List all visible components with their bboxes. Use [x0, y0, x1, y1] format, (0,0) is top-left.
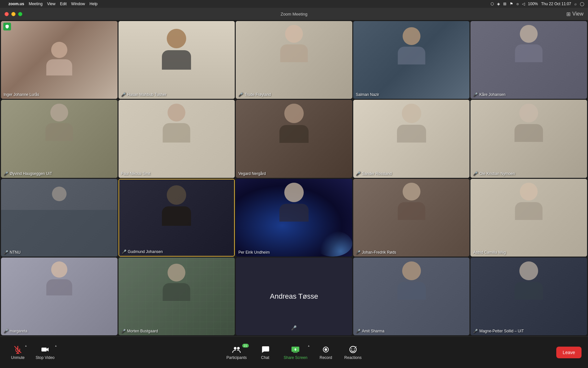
participant-cell-12: 🎤 Gudmund Johansen	[119, 179, 235, 257]
unmute-chevron[interactable]: ▲	[25, 344, 27, 347]
participant-cell-11: 🎤 NTNU	[1, 179, 118, 257]
participant-cell-4: Salman Nazir	[353, 21, 470, 99]
grid-view-icon: ⊞	[566, 11, 571, 17]
svg-point-6	[237, 347, 240, 350]
battery-label: 100%	[528, 2, 538, 6]
participant-name-5: 🎤 Kåre Johansen	[473, 92, 505, 97]
participant-name-10: 🎤 Ole Kristian Nymoen	[473, 171, 515, 176]
menu-view[interactable]: View	[47, 2, 55, 6]
toolbar-right: Leave	[556, 347, 582, 358]
stop-video-button[interactable]: ▲ Stop Video	[31, 343, 59, 362]
reactions-button[interactable]: Reactions	[340, 343, 366, 362]
participant-name-6: 🎤 Øyvind Haugseggen UiT	[4, 171, 52, 176]
window-title: Zoom Meeting	[280, 12, 307, 17]
participant-cell-20: 🎤 Magne-Petter Sollid – UiT	[470, 258, 587, 335]
participant-name-16: 🎤 margareta	[4, 329, 28, 333]
participant-cell-16: 🎤 margareta	[1, 258, 118, 335]
view-label: View	[572, 11, 583, 17]
volume-icon: ◁	[522, 2, 525, 6]
participant-name-18: Andreas Tøsse	[270, 292, 318, 301]
participant-cell-18: Andreas Tøsse 🎤	[236, 258, 352, 335]
participant-name-14: 🎤 Johan-Fredrik Røds	[356, 250, 396, 255]
participant-cell-15: Astrid Camilla Wiig	[470, 179, 587, 257]
share-screen-label: Share Screen	[284, 355, 307, 360]
participant-name-1: Inger Johanne Lurås	[4, 92, 39, 97]
participants-label: Participants	[226, 355, 247, 360]
zoom-titlebar: Zoom Meeting ⊞ View	[0, 8, 588, 20]
maximize-button[interactable]	[18, 12, 22, 16]
participant-cell-5: 🎤 Kåre Johansen	[470, 21, 587, 99]
reactions-label: Reactions	[344, 355, 361, 360]
participant-cell-1: Inger Johanne Lurås	[1, 21, 118, 99]
participant-cell-19: 🎤 Amit Sharma	[353, 258, 470, 335]
participant-cell-2: 🎤 Hasan Mahbub Tusher	[119, 21, 235, 99]
stop-video-label: Stop Video	[36, 355, 55, 360]
macos-menubar: zoom.us Meeting View Edit Window Help ⬡ …	[0, 0, 588, 8]
user-icon: ◯	[580, 2, 584, 6]
participants-count: 21	[242, 344, 249, 348]
dropbox-icon: ⬡	[491, 2, 494, 6]
leave-button[interactable]: Leave	[556, 347, 582, 358]
spotlight-icon[interactable]: ⌕	[574, 2, 577, 6]
menu-window[interactable]: Window	[71, 2, 85, 6]
participant-name-13: Per Eirik Undheim	[238, 250, 270, 255]
svg-point-9	[324, 348, 327, 351]
participant-cell-9: 🎤 Sander Rossland	[353, 100, 470, 178]
participant-name-9: 🎤 Sander Rossland	[356, 171, 392, 176]
participant-name-12: 🎤 Gudmund Johansen	[122, 249, 163, 254]
svg-point-11	[351, 348, 352, 349]
participant-name-2: 🎤 Hasan Mahbub Tusher	[121, 92, 166, 97]
toolbar: ▲ Unmute ▲ Stop Video	[0, 336, 588, 368]
menu-help[interactable]: Help	[90, 2, 98, 6]
network-icon: ◈	[497, 2, 500, 6]
security-badge[interactable]	[3, 23, 11, 30]
record-button[interactable]: Record	[314, 343, 337, 362]
datetime: Thu 22 Oct 11:07	[541, 2, 571, 6]
participant-name-3: 🎤 Trude Frøyland	[238, 92, 271, 97]
zoom-window: zoom.us Meeting View Edit Window Help ⬡ …	[0, 0, 588, 368]
record-label: Record	[320, 355, 332, 360]
meeting-area: Inger Johanne Lurås 🎤 Hasan Mahbub Tushe…	[0, 20, 588, 336]
participant-cell-8: Vegard Nergård	[236, 100, 352, 178]
participants-button[interactable]: ▲ 21 Participants	[222, 343, 251, 362]
participant-name-19: 🎤 Amit Sharma	[356, 329, 384, 333]
participant-cell-7: Paul Nikolai Smit	[119, 100, 235, 178]
wifi-icon: ⌾	[516, 2, 519, 6]
close-button[interactable]	[5, 12, 9, 16]
svg-rect-4	[41, 348, 47, 351]
chat-button[interactable]: Chat	[254, 343, 277, 362]
toolbar-left: ▲ Unmute ▲ Stop Video	[6, 343, 59, 362]
participant-name-4: Salman Nazir	[356, 92, 379, 97]
share-screen-button[interactable]: ▲ Share Screen	[279, 343, 312, 362]
unmute-button[interactable]: ▲ Unmute	[6, 343, 29, 362]
unmute-label: Unmute	[11, 355, 25, 360]
participant-cell-6: 🎤 Øyvind Haugseggen UiT	[1, 100, 118, 178]
view-button[interactable]: ⊞ View	[566, 11, 583, 17]
video-grid: Inger Johanne Lurås 🎤 Hasan Mahbub Tushe…	[0, 20, 588, 336]
share-screen-chevron[interactable]: ▲	[307, 344, 310, 347]
window-controls	[5, 12, 22, 16]
participant-name-17: 🎤 Morten Bustgaard	[121, 329, 158, 333]
chat-label: Chat	[261, 355, 269, 360]
menu-edit[interactable]: Edit	[60, 2, 67, 6]
svg-point-5	[234, 347, 237, 350]
participant-name-20: 🎤 Magne-Petter Sollid – UiT	[473, 329, 524, 333]
minimize-button[interactable]	[11, 12, 16, 16]
participant-name-15: Astrid Camilla Wiig	[473, 250, 506, 255]
grid-icon: ⊞	[503, 2, 506, 6]
svg-point-12	[354, 348, 355, 349]
participant-cell-3: 🎤 Trude Frøyland	[236, 21, 352, 99]
stop-video-chevron[interactable]: ▲	[55, 344, 57, 347]
participant-cell-13: Per Eirik Undheim	[236, 179, 352, 257]
participant-cell-10: 🎤 Ole Kristian Nymoen	[470, 100, 587, 178]
participant-cell-17: 🎤 Morten Bustgaard	[119, 258, 235, 335]
toolbar-center: ▲ 21 Participants Chat ▲	[222, 343, 366, 362]
flag-icon: ⚑	[510, 2, 513, 6]
menu-meeting[interactable]: Meeting	[29, 2, 43, 6]
participant-name-8: Vegard Nergård	[238, 171, 266, 176]
participant-cell-14: 🎤 Johan-Fredrik Røds	[353, 179, 470, 257]
app-name[interactable]: zoom.us	[8, 2, 24, 6]
participant-name-11: 🎤 NTNU	[4, 250, 20, 255]
participant-name-7: Paul Nikolai Smit	[121, 171, 151, 176]
